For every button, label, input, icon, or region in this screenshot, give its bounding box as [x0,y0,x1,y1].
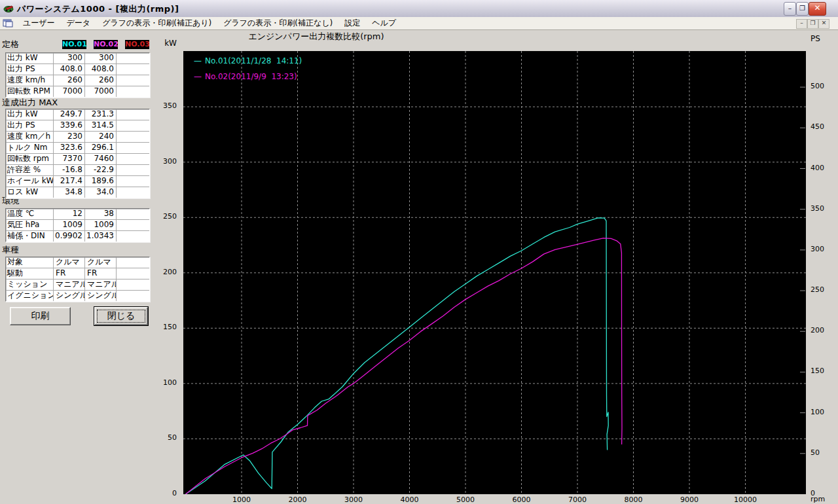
env-table: 温度 ℃1238気圧 hPa10091009補係・DIN0.99021.0343 [5,208,150,242]
y-axis-ps-tick-label: 150 [811,367,824,375]
table-row: ミッションマニアルマニアル [6,279,149,290]
child-minimize-button[interactable]: – [796,19,807,29]
chart-plot-area: —No.01(2011/1/28 14:11)—No.02(2011/9/9 1… [183,51,806,494]
menu-item-user[interactable]: ユーザー [17,16,61,30]
menu-item-help[interactable]: ヘルプ [366,16,402,30]
menu-item-settings[interactable]: 設定 [338,16,366,30]
cell-value: 7370 [53,154,84,164]
menu-item-data[interactable]: データ [61,16,97,30]
y-axis-ps-tick-label: 350 [811,204,824,213]
cell-value: 7000 [53,86,84,97]
section-title-vehicle: 車種 [2,244,19,256]
y-axis-ps-tick-label: 50 [811,448,820,457]
row-label: イグニション [6,291,53,301]
table-row: 回転数 rpm73707460 [6,153,149,164]
rating-table: 出力 kW300300出力 PS408.0408.0速度 km/h260260回… [5,52,150,98]
cell-value: 230 [53,132,84,142]
cell-value [116,209,149,219]
table-row: 速度 km／h230240 [6,131,149,142]
table-row: 駆動FRFR [6,268,149,279]
table-row: 速度 km/h260260 [6,75,149,86]
legend-item: —No.02(2011/9/9 13:23) [194,72,297,81]
cell-value [116,86,149,97]
row-label: 出力 kW [6,109,53,120]
table-row: 出力 PS408.0408.0 [6,63,149,75]
y-axis-ps-tick-label: 500 [811,82,824,90]
y-axis-ps-tick-label: 300 [811,245,824,253]
cell-value: 217.4 [53,176,84,187]
cell-value: 314.5 [84,120,116,131]
cell-value: 408.0 [53,64,84,75]
cell-value: 260 [53,75,84,86]
table-row: 出力 kW300300 [6,53,149,63]
child-restore-button[interactable]: ❐ [807,19,818,29]
y-axis-kw-tick-label: 350 [151,101,177,110]
cell-value: 34.0 [84,187,116,198]
chart-canvas [183,51,806,494]
row-label: ホイール kW [6,176,53,187]
row-label: 出力 kW [6,53,53,63]
x-axis-rpm-tick-label: 2000 [278,495,318,504]
y-axis-kw-tick-label: 250 [151,212,177,221]
cell-value [116,257,149,268]
cell-value [116,64,149,75]
cell-value [116,109,149,120]
vehicle-table: 対象クルマクルマ駆動FRFRミッションマニアルマニアルイグニションシングルシング… [5,257,150,302]
cell-value [116,120,149,131]
restore-button[interactable]: ❐ [796,2,809,16]
cell-value: シングル [53,291,84,301]
child-close-button[interactable]: ✕ [818,19,829,29]
cell-value [116,154,149,164]
cell-value: マニアル [84,279,116,290]
cell-value [116,279,149,290]
legend-dash-icon: — [194,72,202,81]
y-axis-ps-tick-label: 400 [811,164,824,172]
table-row: 補係・DIN0.99021.0343 [6,230,149,242]
cell-value: 323.6 [53,143,84,153]
close-window-button[interactable]: ✕ [809,2,826,16]
y-axis-kw-tick-label: 50 [151,433,177,442]
cell-value [116,220,149,230]
axis-unit-ps: PS [811,34,820,43]
series-line [186,218,609,494]
row-label: 回転数 RPM [6,86,53,97]
row-label: 補係・DIN [6,231,53,242]
x-axis-rpm-tick-label: 9000 [670,495,709,504]
row-label: 温度 ℃ [6,209,53,219]
cell-value: -22.9 [84,165,116,175]
child-window-icon[interactable] [3,19,13,27]
cell-value: クルマ [53,257,84,268]
x-axis-rpm-tick-label: 3000 [334,495,373,504]
table-row: ロス kW34.834.0 [6,187,149,198]
app-icon [3,3,14,14]
menu-item-graph-uncorrected[interactable]: グラフの表示・印刷(補正なし) [217,16,338,30]
minimize-button[interactable]: – [784,2,796,16]
x-axis-rpm-tick-label: 5000 [446,495,485,504]
row-label: 気圧 hPa [6,220,53,230]
x-axis-rpm-tick-label: 7000 [558,495,597,504]
y-axis-kw-tick-label: 300 [151,157,177,166]
cell-value: 300 [53,53,84,63]
cell-value [116,231,149,242]
row-label: 対象 [6,257,53,268]
cell-value [116,268,149,279]
legend-dash-icon: — [194,56,202,65]
y-axis-ps-tick-label: 450 [811,122,824,131]
series-badge: NO.01 [62,40,86,49]
cell-value: 231.3 [84,109,116,120]
x-axis-rpm-tick-label: 1000 [222,495,261,504]
cell-value: 1009 [53,220,84,230]
section-title-rating: 定格 [2,39,19,50]
row-label: 駆動 [6,268,53,279]
cell-value: クルマ [84,257,116,268]
chart-title: エンジンパワー出力複数比較(rpm) [183,31,449,43]
menu-item-graph-corrected[interactable]: グラフの表示・印刷(補正あり) [96,16,217,30]
close-button[interactable]: 閉じる [94,307,148,325]
cell-value: 249.7 [53,109,84,120]
cell-value [116,176,149,187]
table-row: 出力 kW249.7231.3 [6,109,149,120]
cell-value: 1009 [84,220,116,230]
print-button[interactable]: 印刷 [10,307,71,325]
table-row: イグニションシングルシングル [6,290,149,301]
cell-value [116,75,149,86]
